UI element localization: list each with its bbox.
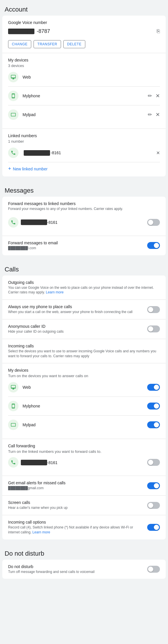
anon-caller-section: Anonymous caller ID Hide your caller ID … [2, 319, 166, 339]
anon-caller-desc: Hide your caller ID on outgoing calls [8, 329, 143, 334]
account-section-header: Account [0, 0, 168, 16]
calls-mylpad-icon [8, 420, 19, 430]
always-phone-section: Always use my phone to place calls When … [2, 300, 166, 319]
calls-mylphone-toggle[interactable] [147, 403, 160, 410]
incoming-options-toggle[interactable] [147, 524, 160, 531]
mylpad-close-icon[interactable]: ✕ [156, 111, 160, 118]
forward-email-toggle[interactable] [147, 242, 160, 249]
calls-mylpad-name: Mylpad [23, 422, 147, 427]
screen-calls-title: Screen calls [8, 500, 143, 505]
forward-linked-title: Forward messages to linked numbers [8, 201, 160, 206]
incoming-options-link[interactable]: Learn more [32, 530, 50, 534]
dnd-card: Do not disturb Turn off message forwardi… [2, 560, 166, 579]
calls-device-web: Web [8, 378, 160, 397]
mylphone-close-icon[interactable]: ✕ [156, 93, 160, 99]
dnd-section-header: Do not disturb [0, 544, 168, 560]
calls-mylphone-icon [8, 401, 19, 411]
calls-card: Outgoing calls You can use Google Voice … [2, 276, 166, 539]
gv-number-suffix: -8787 [37, 28, 50, 34]
always-phone-desc: When you start a call on the web, answer… [8, 310, 143, 314]
mylphone-device-icon [8, 91, 19, 101]
outgoing-calls-desc: You can use Google Voice on the web to p… [8, 285, 160, 295]
mylpad-device-icon [8, 109, 19, 120]
call-fwd-number: ████████-8161 [21, 460, 58, 465]
incoming-options-section: Incoming call options Record call (4), S… [2, 515, 166, 539]
msg-linked-toggle[interactable] [147, 219, 160, 226]
calls-device-mylphone: Mylphone [8, 397, 160, 416]
email-alerts-title: Get email alerts for missed calls [8, 481, 143, 485]
change-button[interactable]: CHANGE [8, 40, 31, 48]
msg-phone-icon [8, 217, 19, 228]
transfer-button[interactable]: TRANSFER [34, 40, 61, 48]
mylpad-device-name: Mylpad [23, 112, 148, 117]
forward-linked-section: Forward messages to linked numbers Forwa… [2, 197, 166, 236]
account-card: Google Voice number ████████-8787 ⎘ CHAN… [2, 16, 166, 176]
devices-count: 3 devices [8, 64, 160, 68]
incoming-options-title: Incoming call options [8, 520, 143, 524]
mylpad-edit-icon[interactable]: ✏ [148, 111, 152, 118]
msg-linked-number-row: ████████-8161 [8, 214, 160, 231]
calls-mylphone-name: Mylphone [23, 404, 147, 408]
linked-number-prefix: ████████ [24, 150, 50, 156]
forward-email-address: ████████l.com [8, 246, 58, 251]
call-forwarding-desc: Turn on the linked numbers you want to f… [8, 449, 160, 454]
calls-web-name: Web [23, 385, 147, 390]
msg-linked-number: ████████-8161 [21, 220, 58, 225]
dnd-toggle[interactable] [147, 566, 160, 573]
calls-section-header: Calls [0, 260, 168, 276]
forward-email-section: Forward messages to email ████████l.com [2, 236, 166, 255]
outgoing-learn-more-link[interactable]: Learn more [46, 290, 64, 294]
forward-email-title: Forward messages to email [8, 241, 58, 245]
gv-number-display: ████████-8787 [8, 28, 50, 34]
call-fwd-phone-icon [8, 457, 19, 468]
always-phone-title: Always use my phone to place calls [8, 304, 143, 309]
forward-linked-desc: Forward your messages to any of your lin… [8, 206, 160, 211]
mylphone-device-name: Mylphone [23, 94, 148, 98]
dnd-desc: Turn off message forwarding and send cal… [8, 569, 143, 574]
linked-phone-icon [8, 148, 19, 158]
add-linked-button[interactable]: + New linked number [8, 162, 160, 172]
calls-mylpad-toggle[interactable] [147, 421, 160, 428]
screen-calls-section: Screen calls Hear a caller's name when y… [2, 496, 166, 515]
delete-button[interactable]: DELETE [63, 40, 85, 48]
screen-calls-desc: Hear a caller's name when you pick up [8, 505, 143, 510]
incoming-calls-desc: Select the devices you want to use to an… [8, 349, 160, 359]
calls-my-devices-label: My devices [8, 368, 160, 373]
messages-card: Forward messages to linked numbers Forwa… [2, 197, 166, 255]
always-phone-toggle[interactable] [147, 306, 160, 313]
linked-number-suffix: -8161 [51, 150, 61, 155]
incoming-calls-title: Incoming calls [8, 344, 160, 348]
screen-calls-toggle[interactable] [147, 502, 160, 509]
linked-numbers-section: Linked numbers 1 number ████████-8161 ✕ … [2, 129, 166, 176]
calls-my-devices-section: My devices Turn on the devices you want … [2, 363, 166, 439]
incoming-calls-section: Incoming calls Select the devices you wa… [2, 339, 166, 364]
incoming-options-desc: Record call (4), Switch linked phone (*)… [8, 525, 143, 535]
device-row-mylphone: Mylphone ✏ ✕ [8, 87, 160, 105]
mylpad-actions: ✏ ✕ [148, 111, 160, 118]
copy-icon[interactable]: ⎘ [157, 28, 160, 34]
web-device-icon [8, 72, 19, 82]
web-device-name: Web [23, 75, 160, 79]
call-forwarding-section: Call forwarding Turn on the linked numbe… [2, 439, 166, 476]
email-alerts-section: Get email alerts for missed calls ██████… [2, 476, 166, 496]
gv-number-prefix: ████████ [8, 29, 34, 34]
anon-caller-title: Anonymous caller ID [8, 324, 143, 329]
calls-web-toggle[interactable] [147, 384, 160, 391]
dnd-row: Do not disturb Turn off message forwardi… [2, 560, 166, 579]
linked-number-remove-icon[interactable]: ✕ [156, 150, 160, 156]
my-devices-label: My devices [8, 58, 160, 62]
call-forwarding-title: Call forwarding [8, 444, 160, 448]
add-linked-plus-icon: + [8, 166, 11, 172]
call-fwd-number-row: ████████-8161 [8, 454, 160, 471]
calls-device-mylpad: Mylpad [8, 416, 160, 434]
mylphone-edit-icon[interactable]: ✏ [148, 93, 152, 99]
messages-section-header: Messages [0, 181, 168, 197]
call-fwd-toggle[interactable] [147, 459, 160, 466]
email-alerts-address: ████████gmail.com [8, 486, 143, 491]
dnd-title: Do not disturb [8, 564, 143, 569]
number-actions: CHANGE TRANSFER DELETE [8, 40, 160, 48]
outgoing-calls-title: Outgoing calls [8, 280, 160, 285]
anon-caller-toggle[interactable] [147, 325, 160, 332]
outgoing-calls-section: Outgoing calls You can use Google Voice … [2, 276, 166, 300]
email-alerts-toggle[interactable] [147, 482, 160, 489]
